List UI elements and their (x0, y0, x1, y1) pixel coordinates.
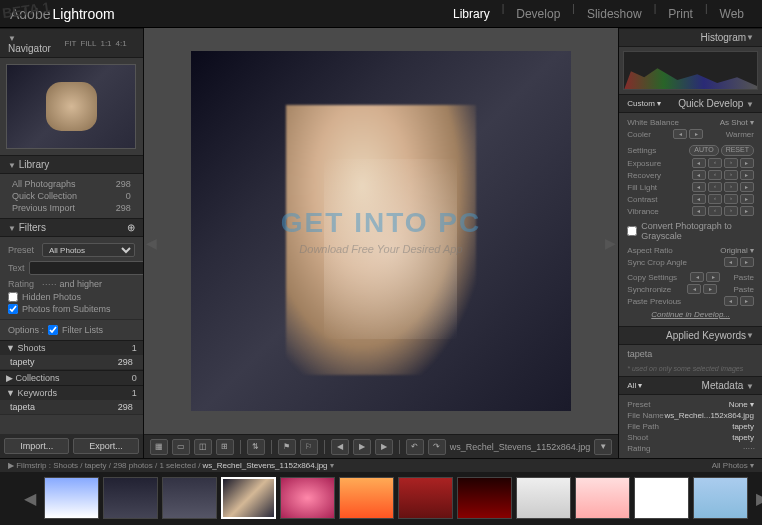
filmstrip-thumb[interactable] (693, 477, 748, 519)
filters-header[interactable]: ▼ Filters ⊕ (0, 218, 143, 237)
filter-preset-label: Preset (8, 245, 38, 255)
shoot-item-tapety[interactable]: tapety298 (0, 355, 143, 370)
flag-pick-icon[interactable]: ⚑ (278, 439, 296, 455)
wb-cooler-btn[interactable]: ◂ (673, 129, 687, 139)
applied-keywords-header[interactable]: Applied Keywords ▼ (619, 326, 762, 345)
auto-button[interactable]: AUTO (689, 145, 718, 156)
filters-toggle-icon[interactable]: ⊕ (127, 222, 135, 233)
import-button[interactable]: Import... (4, 438, 69, 454)
navigator-header[interactable]: ▼ Navigator FIT FILL 1:1 4:1 (0, 28, 143, 58)
library-header[interactable]: ▼ Library (0, 155, 143, 174)
toolbar-menu-icon[interactable]: ▼ (594, 439, 612, 455)
survey-view-icon[interactable]: ⊞ (216, 439, 234, 455)
play-icon[interactable]: ▶ (353, 439, 371, 455)
top-bar: Adobe Lightroom Library| Develop| Slides… (0, 0, 762, 28)
meta-rating[interactable]: · · · · · (743, 444, 754, 453)
quickdev-header[interactable]: Custom ▾ Quick Develop ▼ (619, 94, 762, 113)
filmstrip-thumb[interactable] (44, 477, 99, 519)
loupe-view-icon[interactable]: ▭ (172, 439, 190, 455)
loupe-toolbar: ▦ ▭ ◫ ⊞ ⇅ ⚑ ⚐ ◀ ▶ ▶ ↶ ↷ ws_Rechel_Steven… (144, 434, 619, 458)
module-library[interactable]: Library (445, 3, 498, 25)
filmstrip-thumb[interactable] (634, 477, 689, 519)
wb-warmer-btn[interactable]: ▸ (689, 129, 703, 139)
wb-dropdown[interactable]: As Shot ▾ (720, 118, 754, 127)
toolbar-filename: ws_Rechel_Stevens_1152x864.jpg (450, 442, 591, 452)
library-quick-collection[interactable]: Quick Collection0 (8, 190, 135, 202)
rating-stars[interactable]: · · · · · (42, 279, 56, 289)
exposure-up[interactable]: ▸ (740, 158, 754, 168)
rating-suffix: and higher (60, 279, 103, 289)
library-all-photos[interactable]: All Photographs298 (8, 178, 135, 190)
hidden-photos-check[interactable] (8, 292, 18, 302)
filmstrip-thumb[interactable] (162, 477, 217, 519)
center-panel: ◀ ▶ GET INTO PC Download Free Your Desir… (144, 28, 619, 458)
keyword-item-tapeta[interactable]: tapeta298 (0, 400, 143, 415)
filter-text-input[interactable] (29, 261, 144, 275)
prev-photo-icon[interactable]: ◀ (331, 439, 349, 455)
options-label: Options : (8, 325, 44, 335)
nav-1-1[interactable]: 1:1 (100, 39, 111, 48)
keyword-note: * used on only some selected images (627, 365, 754, 372)
filter-text-label: Text (8, 263, 25, 273)
continue-develop-link[interactable]: Continue in Develop... (627, 307, 754, 322)
filmstrip: ◀ ▶ (0, 472, 762, 524)
grid-view-icon[interactable]: ▦ (150, 439, 168, 455)
module-print[interactable]: Print (660, 3, 701, 25)
rotate-right-icon[interactable]: ↷ (428, 439, 446, 455)
filmstrip-thumb[interactable] (103, 477, 158, 519)
subitems-check[interactable] (8, 304, 18, 314)
histogram-header[interactable]: Histogram ▼ (619, 28, 762, 47)
meta-shoot: tapety (732, 433, 754, 442)
exposure-down[interactable]: ◂ (692, 158, 706, 168)
filmstrip-thumb[interactable] (516, 477, 571, 519)
filmstrip-header: ▶ Filmstrip : Shoots / tapety / 298 phot… (0, 458, 762, 472)
filter-preset-select[interactable]: All Photos (42, 243, 135, 257)
module-web[interactable]: Web (712, 3, 752, 25)
meta-preset[interactable]: None ▾ (729, 400, 754, 409)
filmstrip-left-icon[interactable]: ◀ (20, 489, 40, 508)
left-panel-toggle-icon[interactable]: ◀ (146, 235, 157, 251)
library-previous-import[interactable]: Previous Import298 (8, 202, 135, 214)
right-panel-toggle-icon[interactable]: ▶ (605, 235, 616, 251)
module-slideshow[interactable]: Slideshow (579, 3, 650, 25)
export-button[interactable]: Export... (73, 438, 138, 454)
filmstrip-thumb[interactable] (457, 477, 512, 519)
filmstrip-thumb[interactable] (575, 477, 630, 519)
main-image (191, 51, 571, 411)
image-viewer[interactable]: GET INTO PC Download Free Your Desired A… (144, 28, 619, 434)
meta-filename: ws_Rechel...152x864.jpg (665, 411, 754, 420)
collections-header[interactable]: ▶ Collections0 (0, 370, 143, 385)
rotate-left-icon[interactable]: ↶ (406, 439, 424, 455)
logo-product: Lightroom (52, 6, 114, 22)
filmstrip-thumb[interactable] (339, 477, 394, 519)
module-develop[interactable]: Develop (508, 3, 568, 25)
reset-button[interactable]: RESET (721, 145, 754, 156)
filter-rating-label: Rating (8, 279, 38, 289)
nav-fill[interactable]: FILL (80, 39, 96, 48)
meta-filepath: tapety (732, 422, 754, 431)
applied-keyword-value[interactable]: tapeta (627, 349, 754, 359)
compare-view-icon[interactable]: ◫ (194, 439, 212, 455)
nav-4-1[interactable]: 4:1 (116, 39, 127, 48)
filmstrip-filter[interactable]: All Photos ▾ (712, 461, 754, 470)
navigator-thumbnail[interactable] (6, 64, 136, 149)
filmstrip-thumb-selected[interactable] (221, 477, 276, 519)
aspect-dropdown[interactable]: Original ▾ (720, 246, 754, 255)
keywords-header[interactable]: ▼ Keywords1 (0, 385, 143, 400)
shoots-header[interactable]: ▼ Shoots1 (0, 340, 143, 355)
sort-icon[interactable]: ⇅ (247, 439, 265, 455)
filter-lists-check[interactable] (48, 325, 58, 335)
next-photo-icon[interactable]: ▶ (375, 439, 393, 455)
nav-fit[interactable]: FIT (64, 39, 76, 48)
histogram-display[interactable] (623, 51, 758, 90)
left-panel: ▼ Navigator FIT FILL 1:1 4:1 ▼ Library A… (0, 28, 144, 458)
metadata-header[interactable]: All ▾ Metadata ▼ (619, 376, 762, 395)
module-picker: Library| Develop| Slideshow| Print| Web (445, 3, 752, 25)
right-panel: Histogram ▼ Custom ▾ Quick Develop ▼ Whi… (618, 28, 762, 458)
filmstrip-thumb[interactable] (280, 477, 335, 519)
flag-reject-icon[interactable]: ⚐ (300, 439, 318, 455)
filmstrip-right-icon[interactable]: ▶ (752, 489, 762, 508)
filmstrip-thumb[interactable] (398, 477, 453, 519)
grayscale-check[interactable] (627, 226, 637, 236)
